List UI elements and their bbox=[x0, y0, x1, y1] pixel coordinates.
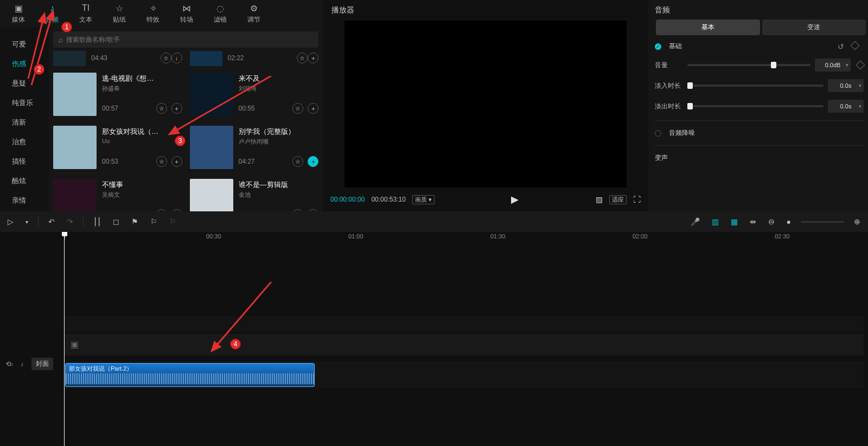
music-card[interactable]: 那女孩对我说（…Uu00:53☆＋ bbox=[53, 124, 182, 169]
zoom-in-icon[interactable]: ⊕ bbox=[852, 216, 863, 227]
tab-basic[interactable]: 基本 bbox=[656, 20, 760, 35]
favorite-icon[interactable]: ☆ bbox=[292, 156, 303, 167]
music-duration: 04:43 bbox=[91, 54, 107, 62]
nav-audio[interactable]: ♪音频 bbox=[40, 3, 64, 24]
volume-value[interactable]: 0.0dB bbox=[815, 59, 851, 72]
pointer-tool-icon[interactable]: ▷ bbox=[5, 216, 16, 227]
align-icon[interactable]: ⇹ bbox=[748, 216, 758, 227]
music-artist: 刘瑞琦 bbox=[239, 85, 319, 93]
denoise-check[interactable] bbox=[655, 130, 661, 137]
cat-healing[interactable]: 治愈 bbox=[0, 132, 49, 152]
basic-check-icon[interactable]: ✓ bbox=[655, 43, 661, 50]
search-box[interactable]: ⌕ bbox=[53, 31, 318, 48]
quality-selector[interactable]: 画质 ▾ bbox=[412, 195, 435, 204]
svg-rect-3 bbox=[190, 73, 233, 116]
cat-fresh[interactable]: 清新 bbox=[0, 113, 49, 132]
add-icon[interactable]: ＋ bbox=[171, 103, 182, 114]
cat-sad[interactable]: 伤感 bbox=[0, 54, 49, 74]
zoom-track[interactable] bbox=[801, 221, 844, 223]
mute-icon[interactable]: ♪ bbox=[21, 360, 24, 368]
cover-button[interactable]: 封面 bbox=[31, 358, 53, 370]
music-list: ⌕ 04:43 ☆ ↓ 02:22 ☆ bbox=[49, 27, 323, 211]
svg-rect-2 bbox=[53, 73, 97, 116]
keyframe-icon[interactable] bbox=[851, 41, 860, 50]
nav-adjust[interactable]: ⚙调节 bbox=[242, 3, 266, 24]
mic-icon[interactable]: 🎤 bbox=[688, 216, 702, 227]
link-icon[interactable]: ▦ bbox=[729, 216, 740, 227]
cat-funny[interactable]: 搞怪 bbox=[0, 152, 49, 171]
fullscreen-icon[interactable]: ⛶ bbox=[633, 195, 641, 204]
cat-cute[interactable]: 可爱 bbox=[0, 35, 49, 54]
original-ratio-icon[interactable]: ▨ bbox=[596, 195, 603, 204]
svg-rect-6 bbox=[53, 179, 97, 211]
nav-effect[interactable]: ✧特效 bbox=[141, 3, 165, 24]
marker-right-icon[interactable]: ⚐ bbox=[148, 216, 159, 227]
nav-transition[interactable]: ⋈转场 bbox=[175, 3, 199, 24]
marker-left-icon[interactable]: ⚑ bbox=[129, 216, 141, 227]
video-track[interactable]: ▣ bbox=[64, 334, 864, 355]
add-video-icon[interactable]: ▣ bbox=[71, 339, 79, 350]
crop-icon[interactable]: ◻ bbox=[111, 216, 122, 227]
zoom-slider[interactable]: ● bbox=[784, 216, 793, 227]
add-icon[interactable]: ＋ bbox=[308, 103, 318, 114]
track-link-icon[interactable]: ⟲ bbox=[5, 360, 11, 368]
pointer-dropdown-icon[interactable]: ▾ bbox=[23, 218, 30, 226]
scale-fit-button[interactable]: 适应 bbox=[609, 195, 627, 204]
redo-icon[interactable]: ↷ bbox=[65, 216, 75, 227]
music-card[interactable]: 04:43 ☆ ↓ bbox=[53, 50, 182, 67]
fadeout-value[interactable]: 0.0s bbox=[828, 100, 864, 113]
fadeout-label: 淡出时长 bbox=[655, 102, 683, 111]
music-thumb bbox=[190, 179, 233, 211]
cat-instrumental[interactable]: 纯音乐 bbox=[0, 93, 49, 113]
player-title: 播放器 bbox=[323, 0, 648, 21]
inspector-tabs: 基本 变速 bbox=[654, 20, 868, 35]
fadeout-slider[interactable] bbox=[687, 105, 824, 107]
keyframe-icon[interactable] bbox=[856, 61, 865, 70]
favorite-icon[interactable]: ☆ bbox=[156, 156, 167, 167]
fadein-slider[interactable] bbox=[687, 85, 824, 87]
add-icon[interactable]: ＋ bbox=[171, 156, 182, 167]
undo-icon[interactable]: ↶ bbox=[46, 216, 57, 227]
search-input[interactable] bbox=[66, 36, 313, 43]
music-card[interactable]: 不懂事吴炳文03:51☆＋ bbox=[53, 177, 182, 211]
zoom-out-icon[interactable]: ⊖ bbox=[766, 216, 777, 227]
tab-speed[interactable]: 变速 bbox=[762, 20, 866, 35]
nav-media[interactable]: ▣媒体 bbox=[7, 3, 30, 24]
music-artist: 吴炳文 bbox=[102, 191, 182, 199]
favorite-icon[interactable]: ☆ bbox=[156, 103, 167, 114]
playhead[interactable] bbox=[64, 232, 65, 446]
play-button[interactable]: ▶ bbox=[511, 193, 519, 205]
music-card[interactable]: 谁不是—剪辑版金池00:41☆＋ bbox=[190, 177, 319, 211]
download-icon[interactable]: ↓ bbox=[171, 53, 182, 63]
music-title: 那女孩对我说（… bbox=[102, 127, 182, 137]
cat-cool[interactable]: 酷炫 bbox=[0, 171, 49, 191]
magnet-icon[interactable]: ▥ bbox=[710, 216, 721, 227]
audio-clip[interactable]: 那女孩对我说（Part.2） bbox=[65, 363, 315, 387]
music-card[interactable]: 别学我（完整版）卢卢快闭嘴04:27☆＋ bbox=[190, 124, 319, 169]
add-icon[interactable]: ＋ bbox=[308, 156, 318, 167]
music-card[interactable]: 逃-电视剧《想…孙盛希00:57☆＋ bbox=[53, 70, 182, 116]
timeline-ruler[interactable]: | 00:30 01:00 01:30 02:00 02:30 bbox=[64, 232, 868, 243]
nav-filter[interactable]: ◌滤镜 bbox=[208, 3, 232, 24]
favorite-icon[interactable]: ☆ bbox=[292, 103, 303, 114]
favorite-icon[interactable]: ☆ bbox=[161, 53, 171, 63]
nav-sticker[interactable]: ☆贴纸 bbox=[107, 3, 131, 24]
flag-icon[interactable]: ⚐ bbox=[167, 216, 178, 227]
tracks-area[interactable]: ▣ 那女孩对我说（Part.2） bbox=[64, 243, 864, 446]
music-title: 不懂事 bbox=[102, 180, 182, 190]
favorite-icon[interactable]: ☆ bbox=[297, 53, 308, 63]
reset-icon[interactable]: ↺ bbox=[838, 42, 844, 51]
split-icon[interactable]: ⎮⎮ bbox=[91, 216, 103, 227]
fadein-value[interactable]: 0.0s bbox=[828, 79, 864, 92]
cat-family[interactable]: 亲情 bbox=[0, 191, 49, 210]
music-thumb bbox=[190, 73, 233, 116]
volume-slider[interactable] bbox=[687, 64, 810, 66]
cat-suspense[interactable]: 悬疑 bbox=[0, 74, 49, 93]
music-card[interactable]: 来不及刘瑞琦00:55☆＋ bbox=[190, 70, 319, 116]
add-icon[interactable]: ＋ bbox=[308, 53, 318, 63]
nav-text[interactable]: TI文本 bbox=[74, 3, 98, 24]
category-sidebar: 可爱 伤感 悬疑 纯音乐 清新 治愈 搞怪 酷炫 亲情 bbox=[0, 27, 49, 211]
player-canvas[interactable] bbox=[344, 21, 627, 188]
music-card[interactable]: 02:22 ☆ ＋ bbox=[190, 50, 319, 67]
waveform bbox=[66, 373, 314, 384]
